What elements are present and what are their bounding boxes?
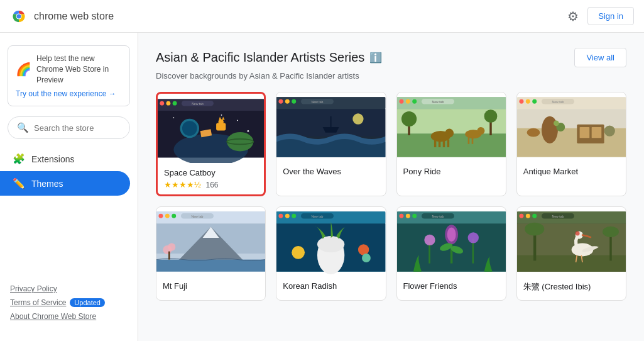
svg-point-14	[173, 117, 175, 118]
svg-rect-61	[526, 99, 530, 104]
svg-text:New tab: New tab	[552, 215, 564, 218]
svg-text:New tab: New tab	[192, 102, 204, 106]
svg-rect-72	[591, 127, 601, 138]
theme-info-over-the-waves: Over the Waves	[276, 162, 385, 184]
promo-card: 🌈 Help test the new Chrome Web Store in …	[8, 45, 130, 106]
svg-point-99	[292, 246, 305, 259]
svg-rect-7	[173, 101, 177, 106]
svg-point-69	[554, 121, 559, 126]
sidebar-item-themes[interactable]: ✏️ Themes	[0, 171, 130, 196]
svg-point-2	[17, 14, 21, 18]
svg-rect-106	[412, 214, 417, 218]
svg-rect-71	[579, 127, 589, 138]
section-subtitle: Discover backgrounds by Asian & Pacific …	[156, 71, 626, 81]
svg-point-45	[445, 129, 454, 138]
chrome-logo-icon	[10, 8, 28, 25]
theme-card-mt-fuji[interactable]: New tab	[156, 206, 266, 301]
theme-thumb-space-catboy: New tab	[158, 94, 264, 163]
svg-point-32	[353, 113, 364, 124]
theme-info-mt-fuji: Mt Fuji	[156, 276, 265, 298]
sidebar-item-extensions[interactable]: 🧩 Extensions	[0, 147, 130, 171]
svg-rect-5	[160, 101, 164, 106]
themes-icon: ✏️	[13, 177, 25, 189]
theme-thumb-antique-market: New tab	[517, 92, 626, 162]
updated-badge: Updated	[70, 298, 105, 307]
theme-info-space-catboy: Space Catboy ★★★★½ 166	[158, 163, 264, 194]
promo-text: Help test the new Chrome Web Store in Pr…	[36, 53, 122, 85]
svg-point-19	[218, 120, 223, 125]
svg-rect-49	[447, 140, 449, 147]
theme-thumb-over-the-waves: New tab	[276, 92, 385, 162]
svg-rect-121	[519, 214, 523, 218]
extensions-label: Extensions	[31, 154, 74, 164]
svg-point-132	[575, 232, 579, 236]
svg-point-116	[467, 232, 478, 243]
theme-card-flower-friends[interactable]: New tab	[396, 206, 506, 301]
settings-icon[interactable]: ⚙	[567, 9, 579, 24]
stars-space-catboy: ★★★★½	[164, 180, 201, 189]
svg-point-67	[542, 116, 558, 143]
theme-info-antique-market: Antique Market	[517, 162, 626, 184]
view-all-button[interactable]: View all	[574, 48, 626, 67]
theme-name-over-the-waves: Over the Waves	[283, 167, 379, 176]
svg-rect-27	[285, 99, 290, 104]
svg-point-15	[237, 120, 238, 121]
theme-card-antique-market[interactable]: New tab	[516, 92, 626, 196]
extensions-icon: 🧩	[13, 153, 25, 165]
svg-point-98	[317, 236, 344, 252]
search-bar[interactable]: 🔍	[8, 116, 130, 139]
terms-of-service-link[interactable]: Terms of Service	[10, 298, 66, 307]
theme-name-crested-ibis: 朱鷺 (Crested Ibis)	[523, 281, 619, 293]
theme-thumb-crested-ibis: New tab	[517, 207, 626, 276]
theme-card-space-catboy[interactable]: New tab	[156, 92, 266, 196]
theme-info-crested-ibis: 朱鷺 (Crested Ibis)	[517, 276, 626, 300]
svg-rect-28	[292, 99, 297, 104]
svg-rect-52	[467, 137, 469, 143]
themes-label: Themes	[31, 179, 63, 189]
search-input[interactable]	[34, 123, 121, 133]
svg-point-112	[447, 227, 456, 242]
sign-in-button[interactable]: Sign in	[587, 7, 634, 25]
theme-info-flower-friends: Flower Friends	[397, 276, 506, 298]
svg-point-136	[603, 226, 619, 237]
svg-rect-91	[279, 214, 283, 218]
svg-rect-93	[292, 214, 297, 218]
svg-point-87	[168, 243, 175, 251]
svg-rect-47	[438, 140, 440, 147]
svg-point-57	[484, 109, 497, 123]
svg-rect-46	[434, 140, 435, 147]
promo-link[interactable]: Try out the new experience →	[16, 89, 116, 98]
theme-name-pony-ride: Pony Ride	[403, 167, 499, 176]
svg-point-17	[221, 115, 222, 116]
svg-marker-33	[323, 127, 339, 133]
theme-card-over-the-waves[interactable]: New tab Over the Waves	[276, 92, 386, 196]
privacy-policy-link[interactable]: Privacy Policy	[10, 284, 128, 293]
svg-rect-37	[399, 99, 403, 104]
svg-text:New tab: New tab	[191, 215, 203, 218]
info-icon[interactable]: ℹ️	[369, 52, 382, 64]
theme-thumb-korean-radish: New tab	[276, 207, 385, 276]
theme-card-korean-radish[interactable]: New tab	[276, 206, 386, 301]
theme-card-pony-ride[interactable]: New tab	[396, 92, 506, 196]
theme-info-korean-radish: Korean Radish	[276, 276, 385, 298]
theme-info-pony-ride: Pony Ride	[397, 162, 506, 184]
svg-rect-78	[165, 214, 170, 218]
svg-rect-39	[412, 99, 417, 104]
svg-rect-53	[471, 137, 473, 143]
svg-rect-88	[168, 252, 170, 260]
svg-point-114	[424, 235, 435, 245]
section-header: Asian & Pacific Islander Artists Series …	[156, 48, 626, 67]
svg-text:New tab: New tab	[552, 100, 564, 104]
section-title: Asian & Pacific Islander Artists Series	[156, 50, 364, 65]
svg-rect-62	[532, 99, 537, 104]
about-link[interactable]: About Chrome Web Store	[10, 312, 128, 321]
promo-header: 🌈 Help test the new Chrome Web Store in …	[16, 53, 122, 85]
header-left: chrome web store	[10, 8, 114, 25]
svg-rect-77	[158, 214, 163, 218]
theme-card-crested-ibis[interactable]: New tab	[516, 206, 626, 301]
sidebar-footer: Privacy Policy Terms of Service Updated …	[0, 277, 138, 333]
svg-point-101	[362, 254, 371, 262]
svg-rect-79	[172, 214, 176, 218]
theme-name-korean-radish: Korean Radish	[283, 281, 379, 291]
theme-thumb-pony-ride: New tab	[397, 92, 506, 162]
